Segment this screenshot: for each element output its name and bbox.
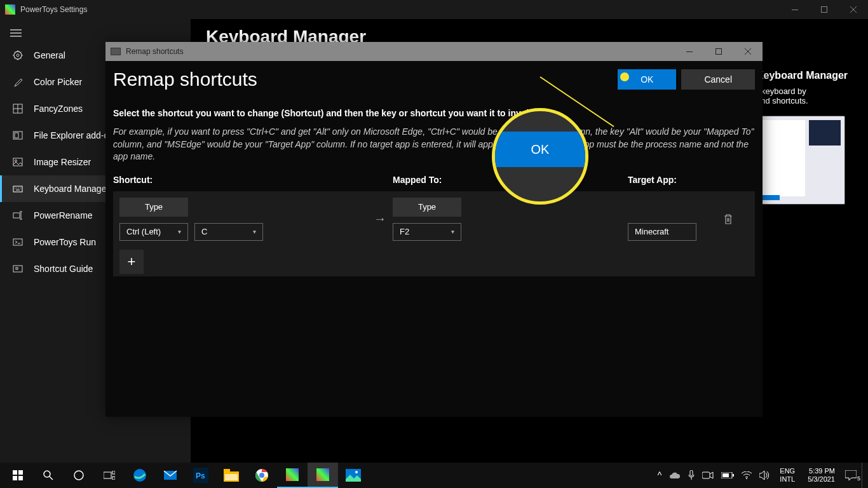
type-shortcut-button[interactable]: Type — [119, 198, 188, 217]
svg-rect-7 — [13, 158, 22, 166]
taskbar-app-photos[interactable] — [338, 463, 369, 488]
mapped-key-select[interactable]: F2 ▾ — [393, 223, 461, 241]
sidebar-item-label: Shortcut Guide — [34, 264, 93, 274]
svg-rect-31 — [225, 474, 238, 480]
dialog-minimize-button[interactable] — [675, 42, 704, 61]
svg-point-21 — [74, 471, 83, 480]
tray-wifi-icon[interactable] — [739, 471, 754, 479]
taskbar-app-powertoys-2[interactable] — [308, 463, 338, 488]
app-icon — [5, 4, 15, 15]
svg-rect-13 — [16, 268, 18, 269]
column-headers: Shortcut: Mapped To: Target App: — [113, 175, 755, 185]
add-row-button[interactable]: + — [119, 250, 144, 274]
target-app-input[interactable]: Minecraft — [628, 223, 696, 241]
svg-rect-36 — [690, 470, 693, 476]
window-titlebar: PowerToys Settings — [0, 0, 868, 19]
col-shortcut-header: Shortcut: — [113, 175, 393, 185]
dialog-titlebar: Remap shortcuts — [105, 42, 763, 61]
task-view-button[interactable] — [94, 463, 125, 488]
remap-row: Type Ctrl (Left) ▾ C ▾ → Type — [113, 191, 755, 247]
svg-rect-6 — [15, 133, 18, 138]
annotation-label: OK — [494, 132, 587, 167]
col-target-header: Target App: — [628, 175, 755, 185]
about-text: and shortcuts. — [756, 96, 858, 105]
svg-rect-24 — [112, 477, 115, 480]
sidebar-item-label: PowerToys Run — [34, 237, 96, 247]
maximize-button[interactable] — [810, 0, 839, 19]
taskbar-app-powertoys[interactable] — [277, 463, 308, 488]
type-mapped-button[interactable]: Type — [393, 198, 461, 217]
taskbar-app-edge[interactable] — [125, 463, 155, 488]
svg-text:Ps: Ps — [196, 471, 205, 480]
svg-rect-11 — [13, 239, 22, 245]
svg-rect-10 — [13, 213, 20, 218]
tray-expand-icon[interactable]: ^ — [655, 470, 665, 480]
svg-rect-19 — [18, 476, 23, 480]
search-button[interactable] — [33, 463, 64, 488]
start-button[interactable] — [3, 463, 33, 488]
dialog-example: For example, if you want to press "Ctrl+… — [113, 126, 755, 163]
tray-onedrive-icon[interactable] — [667, 471, 683, 479]
image-icon — [12, 156, 24, 168]
svg-rect-39 — [733, 474, 734, 477]
gear-icon — [12, 50, 24, 61]
tray-battery-icon[interactable] — [719, 472, 736, 478]
dialog-close-button[interactable] — [733, 42, 763, 61]
shortcut-modifier-select[interactable]: Ctrl (Left) ▾ — [119, 223, 188, 241]
cancel-button[interactable]: Cancel — [681, 69, 755, 90]
svg-rect-1 — [822, 7, 827, 13]
svg-rect-30 — [224, 469, 230, 473]
svg-rect-14 — [686, 51, 693, 52]
tray-notifications-icon[interactable]: 5 — [843, 470, 859, 480]
annotation-dot — [620, 72, 629, 81]
remap-shortcuts-dialog: Remap shortcuts Remap shortcuts OK Cance… — [105, 42, 763, 417]
svg-point-35 — [355, 471, 358, 473]
delete-row-button[interactable] — [723, 214, 755, 225]
svg-rect-37 — [702, 472, 710, 478]
taskbar-app-photoshop[interactable]: Ps — [186, 463, 216, 488]
tray-volume-icon[interactable] — [757, 471, 772, 480]
svg-rect-0 — [792, 10, 798, 10]
svg-rect-17 — [18, 470, 23, 475]
svg-rect-40 — [722, 473, 729, 477]
run-icon — [12, 236, 24, 248]
dialog-window-title: Remap shortcuts — [126, 47, 184, 56]
svg-rect-16 — [13, 470, 17, 475]
taskbar: Ps ^ ENG INTL 5:39 PM 5/3/2021 5 — [0, 463, 868, 488]
taskbar-app-mail[interactable] — [155, 463, 186, 488]
chevron-down-icon: ▾ — [253, 228, 256, 235]
svg-rect-18 — [13, 476, 17, 480]
rename-icon — [12, 210, 24, 221]
dialog-maximize-button[interactable] — [704, 42, 733, 61]
svg-rect-23 — [112, 471, 115, 474]
shortcut-key-select[interactable]: C ▾ — [194, 223, 263, 241]
close-button[interactable] — [839, 0, 868, 19]
eyedropper-icon — [12, 76, 24, 88]
tray-clock[interactable]: 5:39 PM 5/3/2021 — [803, 467, 840, 484]
about-heading: Keyboard Manager — [756, 70, 858, 81]
window-title: PowerToys Settings — [20, 5, 87, 14]
dialog-title: Remap shortcuts — [113, 69, 613, 90]
svg-rect-22 — [104, 472, 111, 478]
chevron-down-icon: ▾ — [451, 228, 454, 235]
svg-point-41 — [746, 478, 747, 479]
arrow-icon: → — [367, 212, 393, 226]
taskbar-app-chrome[interactable] — [247, 463, 277, 488]
preview-icon — [12, 130, 24, 141]
svg-rect-9 — [13, 186, 22, 192]
sidebar-item-label: Color Picker — [34, 77, 82, 87]
svg-point-3 — [17, 54, 19, 57]
minimize-button[interactable] — [780, 0, 810, 19]
svg-point-20 — [44, 471, 50, 477]
sidebar-item-label: PowerRename — [34, 210, 93, 220]
tray-mic-icon[interactable] — [686, 470, 697, 480]
show-desktop-button[interactable] — [862, 463, 865, 488]
hamburger-button[interactable] — [0, 24, 191, 42]
sidebar-item-label: General — [34, 50, 65, 60]
taskbar-app-explorer[interactable] — [216, 463, 247, 488]
cortana-button[interactable] — [64, 463, 94, 488]
keyboard-icon — [12, 183, 24, 194]
dialog-instructions: Select the shortcut you want to change (… — [113, 108, 755, 118]
tray-language[interactable]: ENG INTL — [775, 467, 800, 484]
tray-meetnow-icon[interactable] — [700, 471, 716, 480]
